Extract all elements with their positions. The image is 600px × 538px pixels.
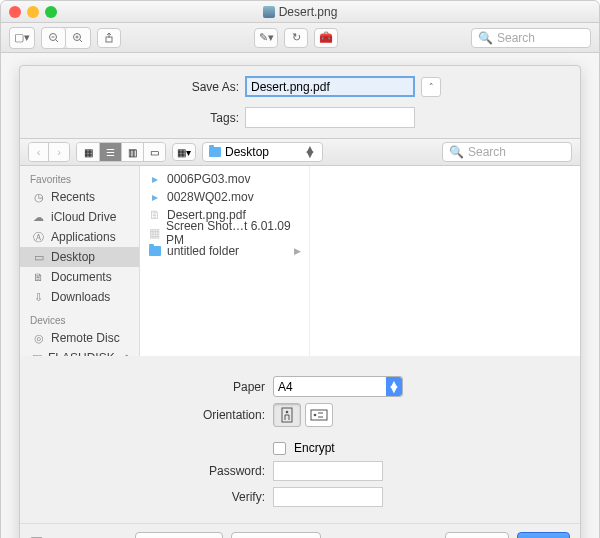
file-name: 0028WQ02.mov <box>167 190 254 204</box>
sidebar-item-label: Desktop <box>51 250 95 264</box>
sidebar-devices-header: Devices <box>20 313 139 328</box>
save-sheet: Save As: ˄ Tags: ‹ › ▦ ☰ ▥ ▭ ▦▾ Des <box>19 65 581 538</box>
search-placeholder: Search <box>497 31 535 45</box>
sidebar-item-label: Documents <box>51 270 112 284</box>
sidebar-item-downloads[interactable]: ⇩Downloads <box>20 287 139 307</box>
zoom-out-button[interactable] <box>42 28 66 48</box>
cancel-button[interactable]: Cancel <box>445 532 508 538</box>
bottom-bar: Hide extension New Folder Hide Details C… <box>20 523 580 538</box>
view-icons-button[interactable]: ▦ <box>77 143 99 161</box>
img-icon: ▦ <box>148 226 161 240</box>
sidebar-item-flashdisk[interactable]: ▤FLASHDISK⏏ <box>20 348 139 356</box>
svg-rect-10 <box>311 410 327 420</box>
file-row[interactable]: ▸0006PG03.mov <box>140 170 309 188</box>
preview-column <box>310 166 580 356</box>
svg-line-1 <box>55 39 58 42</box>
document-icon <box>263 6 275 18</box>
app-icon: Ⓐ <box>32 231 45 244</box>
new-folder-button[interactable]: New Folder <box>135 532 222 538</box>
markup-button[interactable]: 🧰 <box>314 28 338 48</box>
app-window: Desert.png ▢▾ ✎▾ ↻ 🧰 🔍 Search <box>0 0 600 538</box>
tags-input[interactable] <box>245 107 415 128</box>
verify-label: Verify: <box>20 490 265 504</box>
desktop-icon: ▭ <box>32 251 45 264</box>
nav-forward-button[interactable]: › <box>49 143 69 161</box>
save-button[interactable]: Save <box>517 532 570 538</box>
print-options: Paper A4 ▲▼ Orientation: <box>20 356 580 517</box>
search-placeholder: Search <box>468 145 506 159</box>
chevron-updown-icon: ▲▼ <box>386 377 402 396</box>
save-as-input[interactable] <box>245 76 415 97</box>
search-icon: 🔍 <box>449 145 464 159</box>
sidebar-item-label: Applications <box>51 230 116 244</box>
browser-body: Favorites ◷Recents☁iCloud DriveⒶApplicat… <box>20 166 580 356</box>
sidebar-item-label: Recents <box>51 190 95 204</box>
collapse-button[interactable]: ˄ <box>421 77 441 97</box>
save-as-row: Save As: ˄ <box>20 76 580 97</box>
app-search-field[interactable]: 🔍 Search <box>471 28 591 48</box>
sidebar-item-remote-disc[interactable]: ◎Remote Disc <box>20 328 139 348</box>
file-row[interactable]: ▸0028WQ02.mov <box>140 188 309 206</box>
paper-label: Paper <box>20 380 265 394</box>
browser-search-field[interactable]: 🔍 Search <box>442 142 572 162</box>
sidebar-item-desktop[interactable]: ▭Desktop <box>20 247 139 267</box>
svg-line-4 <box>80 39 83 42</box>
recents-icon: ◷ <box>32 191 45 204</box>
nav-back-forward: ‹ › <box>28 142 70 162</box>
group-by-button[interactable]: ▦▾ <box>172 143 196 161</box>
verify-input[interactable] <box>273 487 383 507</box>
view-columns-button[interactable]: ▥ <box>121 143 143 161</box>
file-name: untitled folder <box>167 244 239 258</box>
location-popup[interactable]: Desktop ▲▼ <box>202 142 323 162</box>
eject-icon[interactable]: ⏏ <box>121 351 132 356</box>
tags-row: Tags: <box>20 107 580 128</box>
encrypt-label: Encrypt <box>294 441 335 455</box>
location-label: Desktop <box>225 145 269 159</box>
encrypt-checkbox[interactable] <box>273 442 286 455</box>
save-as-label: Save As: <box>159 80 239 94</box>
mov-icon: ▸ <box>148 172 162 186</box>
file-row[interactable]: ▦Screen Shot…t 6.01.09 PM <box>140 224 309 242</box>
paper-select[interactable]: A4 ▲▼ <box>273 376 403 397</box>
svg-point-11 <box>314 414 317 417</box>
hide-details-button[interactable]: Hide Details <box>231 532 322 538</box>
zoom-group <box>41 27 91 49</box>
nav-back-button[interactable]: ‹ <box>29 143 49 161</box>
orientation-portrait-button[interactable] <box>273 403 301 427</box>
paper-value: A4 <box>278 380 293 394</box>
sidebar-item-applications[interactable]: ⒶApplications <box>20 227 139 247</box>
sidebar-favorites-header: Favorites <box>20 172 139 187</box>
file-name: Screen Shot…t 6.01.09 PM <box>166 219 301 247</box>
password-input[interactable] <box>273 461 383 481</box>
mov-icon: ▸ <box>148 190 162 204</box>
rotate-button[interactable]: ↻ <box>284 28 308 48</box>
pdf-icon: 🗎 <box>148 208 162 222</box>
password-label: Password: <box>20 464 265 478</box>
orientation-landscape-button[interactable] <box>305 403 333 427</box>
sidebar-toggle-group: ▢▾ <box>9 27 35 49</box>
sidebar-toggle-button[interactable]: ▢▾ <box>10 28 34 48</box>
sidebar-item-label: Downloads <box>51 290 110 304</box>
svg-point-9 <box>286 411 289 414</box>
drive-icon: ▤ <box>32 352 42 357</box>
sidebar: Favorites ◷Recents☁iCloud DriveⒶApplicat… <box>20 166 140 356</box>
edit-button[interactable]: ✎▾ <box>254 28 278 48</box>
sidebar-item-label: Remote Disc <box>51 331 120 345</box>
view-list-button[interactable]: ☰ <box>99 143 121 161</box>
view-mode-segment: ▦ ☰ ▥ ▭ <box>76 142 166 162</box>
download-icon: ⇩ <box>32 291 45 304</box>
sidebar-item-documents[interactable]: 🗎Documents <box>20 267 139 287</box>
folder-icon <box>209 147 221 157</box>
view-gallery-button[interactable]: ▭ <box>143 143 165 161</box>
share-button[interactable] <box>97 28 121 48</box>
folder-icon <box>148 244 162 258</box>
sidebar-item-icloud-drive[interactable]: ☁iCloud Drive <box>20 207 139 227</box>
window-title-text: Desert.png <box>279 5 338 19</box>
sidebar-item-label: iCloud Drive <box>51 210 116 224</box>
window-title: Desert.png <box>1 5 599 19</box>
cloud-icon: ☁ <box>32 211 45 224</box>
search-icon: 🔍 <box>478 31 493 45</box>
browser-toolbar: ‹ › ▦ ☰ ▥ ▭ ▦▾ Desktop ▲▼ 🔍 Search <box>20 138 580 166</box>
sidebar-item-recents[interactable]: ◷Recents <box>20 187 139 207</box>
zoom-in-button[interactable] <box>66 28 90 48</box>
